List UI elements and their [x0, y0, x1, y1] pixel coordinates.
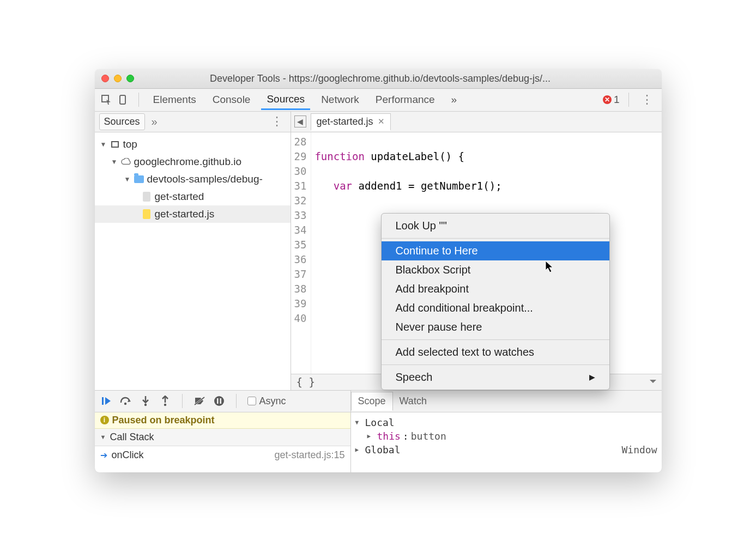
scope-tabs: Scope Watch	[351, 391, 662, 412]
callstack-header[interactable]: ▼ Call Stack	[95, 429, 350, 446]
current-frame-icon: ➔	[100, 450, 107, 460]
folder-icon	[134, 174, 144, 184]
tab-elements[interactable]: Elements	[148, 90, 202, 109]
tab-sources[interactable]: Sources	[261, 90, 310, 110]
cloud-icon	[121, 157, 131, 167]
pause-text: Paused on breakpoint	[112, 415, 215, 426]
disclosure-icon: ▶	[367, 433, 375, 440]
context-menu: Look Up "" Continue to Here Blackbox Scr…	[381, 213, 610, 390]
disclosure-icon: ▶	[355, 446, 363, 453]
svg-rect-1	[120, 95, 125, 104]
minimize-window-button[interactable]	[114, 75, 122, 82]
editor-header: ◀ get-started.js ✕	[291, 112, 662, 132]
menu-continue-to-here[interactable]: Continue to Here	[382, 241, 609, 260]
scope-this[interactable]: ▶ this: button	[355, 429, 657, 443]
devtools-window: Developer Tools - https://googlechrome.g…	[95, 69, 662, 472]
editor-file-tab[interactable]: get-started.js ✕	[311, 113, 391, 131]
line-number: 28	[294, 135, 307, 149]
menu-add-to-watches[interactable]: Add selected text to watches	[382, 343, 609, 362]
menu-speech[interactable]: Speech ▶	[382, 368, 609, 387]
async-label: Async	[259, 396, 286, 407]
scope-label: Global	[365, 444, 401, 455]
file-tree: ▼ top ▼ googlechrome.github.io ▼ devtool…	[95, 132, 291, 226]
scope-value: Window	[621, 444, 657, 455]
checkbox-icon	[247, 397, 256, 405]
scope-label: Local	[365, 417, 395, 428]
navigator-menu-icon[interactable]: ⋮	[268, 114, 286, 129]
navigator-tab-sources[interactable]: Sources	[99, 113, 145, 130]
info-icon: i	[100, 416, 109, 424]
tree-file-html[interactable]: get-started	[95, 188, 291, 205]
js-file-icon	[142, 209, 152, 219]
tree-label: top	[123, 138, 137, 150]
scope-local[interactable]: ▼ Local	[355, 416, 657, 429]
zoom-window-button[interactable]	[126, 75, 134, 82]
menu-separator	[382, 238, 609, 239]
scope-tab-scope[interactable]: Scope	[351, 392, 393, 411]
step-over-button[interactable]	[120, 395, 132, 407]
tree-domain[interactable]: ▼ googlechrome.github.io	[95, 153, 291, 171]
error-badge[interactable]: ✕ 1	[603, 94, 620, 106]
scope-tab-watch[interactable]: Watch	[393, 392, 433, 410]
menu-never-pause-here[interactable]: Never pause here	[382, 318, 609, 337]
separator	[182, 394, 183, 408]
tab-console[interactable]: Console	[207, 90, 256, 109]
scope-pane: Scope Watch ▼ Local ▶ this: button ▶ Glo…	[351, 391, 662, 472]
stack-frame[interactable]: ➔ onClick get-started.js:15	[95, 446, 350, 464]
tree-file-js[interactable]: get-started.js	[95, 205, 291, 223]
debugger-left: Async i Paused on breakpoint ▼ Call Stac…	[95, 391, 351, 472]
separator	[628, 93, 629, 107]
callstack-label: Call Stack	[110, 431, 154, 443]
menu-lookup[interactable]: Look Up ""	[382, 216, 609, 235]
menu-add-conditional-breakpoint[interactable]: Add conditional breakpoint...	[382, 299, 609, 318]
disclosure-icon: ▼	[355, 419, 363, 426]
inspect-icon[interactable]	[100, 94, 112, 106]
main-toolbar: Elements Console Sources Network Perform…	[95, 89, 662, 112]
navigator-pane: Sources » ⋮ ▼ top ▼ googlechrome.github.…	[95, 112, 291, 390]
debugger-panel: Async i Paused on breakpoint ▼ Call Stac…	[95, 391, 662, 472]
error-count: 1	[614, 94, 620, 106]
scope-value: button	[411, 430, 446, 442]
deactivate-breakpoints-button[interactable]	[193, 395, 205, 407]
close-tab-icon[interactable]: ✕	[378, 117, 385, 126]
separator	[138, 93, 139, 107]
frame-location: get-started.js:15	[274, 449, 344, 461]
step-into-button[interactable]	[140, 395, 152, 407]
tree-label: get-started	[155, 191, 204, 203]
tree-folder[interactable]: ▼ devtools-samples/debug-	[95, 171, 291, 188]
menu-icon[interactable]: ⋮	[638, 93, 656, 107]
svg-rect-9	[217, 398, 219, 404]
debugger-toolbar: Async	[95, 391, 350, 412]
pause-exceptions-button[interactable]	[213, 395, 225, 407]
device-icon[interactable]	[118, 94, 130, 106]
frame-icon	[110, 139, 120, 149]
close-window-button[interactable]	[101, 75, 109, 82]
dropdown-icon[interactable]	[650, 380, 656, 386]
step-out-button[interactable]	[159, 395, 171, 407]
menu-blackbox-script[interactable]: Blackbox Script	[382, 260, 609, 279]
tab-performance[interactable]: Performance	[370, 90, 440, 109]
svg-point-8	[214, 396, 224, 406]
submenu-arrow-icon: ▶	[589, 373, 595, 381]
async-checkbox[interactable]: Async	[247, 396, 286, 407]
error-icon: ✕	[603, 95, 612, 104]
separator	[236, 394, 237, 408]
tree-label: devtools-samples/debug-	[147, 173, 263, 185]
traffic-lights	[101, 75, 134, 82]
resume-button[interactable]	[100, 395, 112, 407]
svg-point-3	[124, 403, 126, 405]
svg-rect-2	[102, 397, 104, 405]
tab-network[interactable]: Network	[316, 90, 365, 109]
document-icon	[142, 192, 152, 202]
menu-add-breakpoint[interactable]: Add breakpoint	[382, 279, 609, 299]
editor-footer-label[interactable]: { }	[297, 376, 315, 388]
toggle-navigator-icon[interactable]: ◀	[294, 116, 306, 127]
line-number: 29	[294, 149, 307, 164]
tab-overflow[interactable]: »	[446, 90, 463, 109]
disclosure-icon: ▼	[100, 434, 108, 440]
scope-global[interactable]: ▶ Global Window	[355, 443, 657, 457]
navigator-overflow[interactable]: »	[152, 116, 158, 128]
tree-frame-top[interactable]: ▼ top	[95, 136, 291, 153]
menu-separator	[382, 364, 609, 365]
pause-message: i Paused on breakpoint	[95, 412, 350, 429]
